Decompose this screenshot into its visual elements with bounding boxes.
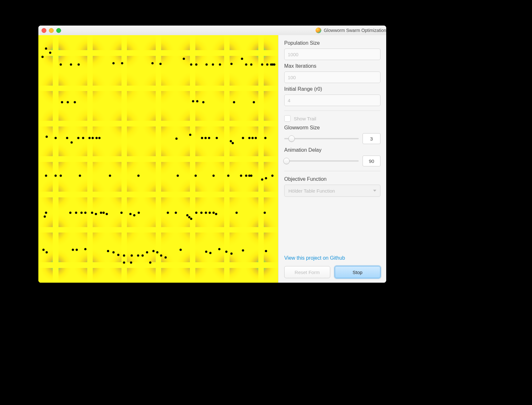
- chevron-down-icon: [373, 190, 376, 192]
- window-controls: [42, 28, 61, 33]
- r0-input[interactable]: [284, 95, 380, 106]
- close-icon[interactable]: [42, 28, 46, 33]
- population-input[interactable]: [284, 49, 380, 60]
- maxiter-label: Max Iterations: [284, 63, 380, 69]
- divider: [284, 171, 380, 171]
- animation-delay-slider[interactable]: [284, 160, 359, 162]
- show-trail-label: Show Trail: [294, 116, 316, 121]
- animation-delay-value[interactable]: 90: [363, 156, 380, 166]
- reset-button[interactable]: Reset Form: [284, 266, 330, 278]
- zoom-icon[interactable]: [56, 28, 61, 33]
- population-label: Population Size: [284, 40, 380, 46]
- visualization-canvas[interactable]: [38, 35, 278, 283]
- glowworm-size-slider[interactable]: [284, 138, 359, 139]
- titlebar[interactable]: Glowworm Swarm Optimization: [38, 26, 386, 35]
- slider-thumb[interactable]: [283, 158, 290, 164]
- animation-delay-label: Animation Delay: [284, 147, 380, 153]
- app-icon: [316, 27, 321, 33]
- r0-label: Initial Range (r0): [284, 86, 380, 92]
- show-trail-checkbox[interactable]: [284, 115, 291, 122]
- stop-button[interactable]: Stop: [335, 266, 381, 278]
- control-panel: Population Size Max Iterations Initial R…: [278, 35, 386, 283]
- objective-selected: Hölder Table Function: [288, 188, 335, 194]
- objective-select[interactable]: Hölder Table Function: [284, 185, 380, 197]
- objective-label: Objective Function: [284, 176, 380, 182]
- glowworm-size-value[interactable]: 3: [363, 133, 380, 144]
- maxiter-input[interactable]: [284, 72, 380, 83]
- show-trail-row[interactable]: Show Trail: [284, 115, 380, 122]
- minimize-icon[interactable]: [49, 28, 54, 33]
- slider-thumb[interactable]: [288, 135, 295, 142]
- window-title: Glowworm Swarm Optimization: [324, 28, 386, 33]
- divider: [284, 111, 380, 111]
- github-link[interactable]: View this project on Github: [284, 255, 380, 261]
- app-window: Glowworm Swarm Optimization Population S…: [38, 26, 386, 283]
- glowworm-size-label: Glowworm Size: [284, 125, 380, 131]
